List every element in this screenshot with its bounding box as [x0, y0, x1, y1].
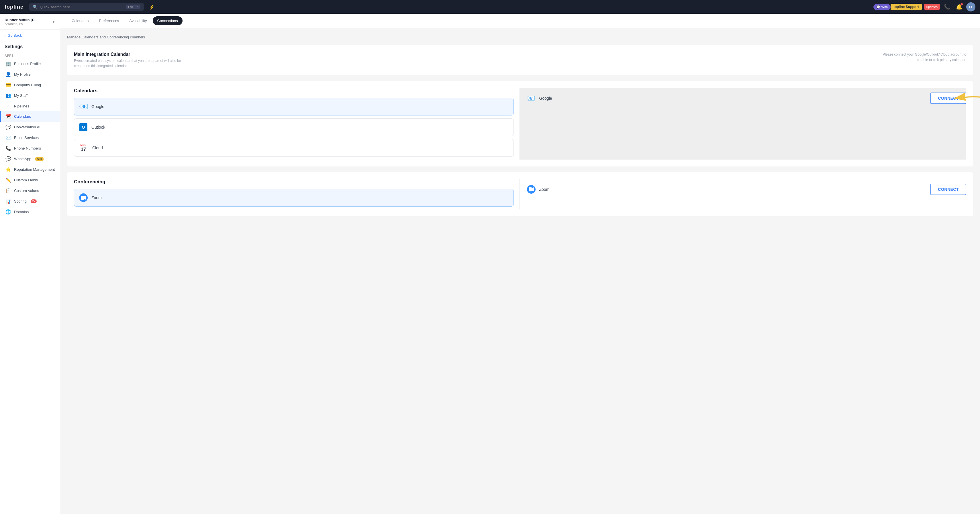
zoom-right-icon [527, 185, 536, 194]
business-profile-icon: 🏢 [5, 61, 11, 67]
zoom-connect-button[interactable]: CONNECT [931, 184, 966, 195]
bolt-icon[interactable]: ⚡ [147, 3, 156, 11]
search-icon: 🔍 [33, 5, 38, 9]
zoom-connect-row: Zoom CONNECT [527, 179, 967, 200]
calendars-section-title: Calendars [74, 88, 514, 94]
chat-icon: 💬 [876, 5, 880, 9]
sidebar-item-calendars[interactable]: 📅 Calendars [0, 111, 60, 122]
google-calendar-icon: M 📧 [79, 102, 88, 111]
app-logo[interactable]: topline [5, 4, 24, 10]
google-connect-row: 📧 Google CONNECT [527, 88, 967, 108]
topnav: topline 🔍 Quick search here Ctrl + K ⚡ 💬… [0, 0, 980, 14]
sidebar-item-label: Custom Values [14, 189, 39, 193]
main-content: Calendars Preferences Availability Conne… [60, 14, 980, 514]
chevron-down-icon: ▼ [52, 20, 55, 24]
sidebar-item-my-staff[interactable]: 👥 My Staff [0, 90, 60, 101]
reputation-management-icon: ⭐ [5, 167, 11, 172]
main-integration-card: Main Integration Calendar Events created… [67, 45, 973, 75]
svg-marker-6 [532, 188, 534, 191]
google-right-label: Google [539, 96, 927, 100]
sidebar-item-label: Pipelines [14, 104, 29, 108]
company-billing-icon: 💳 [5, 82, 11, 88]
company-info: Dunder Mifflin [D... Scranton, PA [5, 18, 38, 25]
sidebar-item-label: Email Services [14, 135, 39, 140]
tab-availability[interactable]: Availability [125, 16, 151, 25]
sidebar-item-label: Scoring [14, 199, 27, 204]
my-profile-icon: 👤 [5, 72, 11, 77]
company-location: Scranton, PA [5, 22, 38, 25]
bell-icon-btn[interactable]: 🔔 [954, 2, 964, 12]
main-integration-left: Main Integration Calendar Events created… [74, 52, 517, 68]
topnav-updates[interactable]: updates [924, 4, 940, 10]
go-back-button[interactable]: ‹ Go Back [0, 30, 60, 41]
sidebar-item-label: WhatsApp [14, 157, 31, 161]
outlook-label: Outlook [91, 125, 105, 129]
main-integration-right: Please connect your Google/Outlook/iClou… [523, 52, 966, 63]
tab-calendars[interactable]: Calendars [67, 16, 93, 25]
connections-content: Manage Calendars and Conferencing channe… [60, 28, 980, 229]
calendars-left-panel: Calendars M 📧 Google [74, 88, 520, 159]
phone-icon-btn[interactable]: 📞 [942, 2, 952, 12]
sidebar-item-pipelines[interactable]: ⟋ Pipelines [0, 101, 60, 111]
sidebar-item-company-billing[interactable]: 💳 Company Billing [0, 80, 60, 90]
custom-fields-icon: ✏️ [5, 177, 11, 183]
sidebar-item-custom-values[interactable]: 📋 Custom Values [0, 185, 60, 196]
content-subtitle: Manage Calendars and Conferencing channe… [67, 35, 973, 39]
topnav-support-group: 💬 Wha topline Support [873, 4, 922, 10]
search-bar[interactable]: 🔍 Quick search here Ctrl + K [29, 3, 144, 11]
domains-icon: 🌐 [5, 209, 11, 215]
sidebar: Dunder Mifflin [D... Scranton, PA ▼ ‹ Go… [0, 14, 60, 514]
sidebar-item-phone-numbers[interactable]: 📞 Phone Numbers [0, 143, 60, 154]
zoom-calendar-item[interactable]: Zoom [74, 189, 514, 207]
sidebar-item-label: Company Billing [14, 83, 41, 87]
main-integration-right-text: Please connect your Google/Outlook/iClou… [880, 52, 966, 63]
outlook-calendar-item[interactable]: O Outlook [74, 118, 514, 136]
sidebar-item-label: Phone Numbers [14, 146, 41, 150]
main-integration-title: Main Integration Calendar [74, 52, 517, 57]
topnav-support[interactable]: topline Support [891, 4, 922, 10]
search-placeholder: Quick search here [40, 5, 70, 9]
company-selector[interactable]: Dunder Mifflin [D... Scranton, PA ▼ [5, 18, 55, 25]
apps-section-label: Apps [0, 51, 60, 59]
google-calendar-item[interactable]: M 📧 Google [74, 98, 514, 115]
svg-marker-4 [84, 196, 86, 200]
sidebar-item-email-services[interactable]: ✉️ Email Services [0, 132, 60, 143]
sidebar-item-label: Calendars [14, 114, 31, 119]
sidebar-item-business-profile[interactable]: 🏢 Business Profile [0, 59, 60, 69]
sidebar-item-label: Conversation AI [14, 125, 40, 129]
icloud-calendar-item[interactable]: MON 17 iCloud [74, 139, 514, 157]
sidebar-company-section: Dunder Mifflin [D... Scranton, PA ▼ [0, 14, 60, 30]
zoom-right-label: Zoom [539, 187, 927, 192]
google-label: Google [91, 104, 104, 109]
sidebar-item-conversation-ai[interactable]: 💬 Conversation AI [0, 122, 60, 132]
app-layout: Dunder Mifflin [D... Scranton, PA ▼ ‹ Go… [0, 14, 980, 514]
sidebar-item-reputation-management[interactable]: ⭐ Reputation Management [0, 164, 60, 175]
user-avatar[interactable]: TL [966, 2, 975, 11]
sidebar-item-scoring[interactable]: 📊 Scoring 27 [0, 196, 60, 207]
icloud-calendar-icon: MON 17 [79, 143, 88, 153]
svg-rect-5 [529, 188, 532, 191]
google-connect-button[interactable]: CONNECT [931, 92, 966, 104]
search-shortcut: Ctrl + K [126, 5, 140, 9]
icloud-label: iCloud [91, 146, 103, 150]
tab-connections[interactable]: Connections [153, 16, 183, 25]
connect-button-container: CONNECT [931, 92, 966, 104]
calendars-card: Calendars M 📧 Google [67, 81, 973, 167]
conferencing-right-panel: Zoom CONNECT [520, 179, 967, 209]
sidebar-item-domains[interactable]: 🌐 Domains [0, 207, 60, 217]
back-arrow-icon: ‹ [5, 33, 6, 38]
topnav-chat[interactable]: 💬 Wha [873, 4, 891, 10]
zoom-icon-shape [79, 193, 88, 202]
outlook-calendar-icon: O [79, 123, 88, 132]
tab-preferences[interactable]: Preferences [94, 16, 124, 25]
sidebar-item-whatsapp[interactable]: 💬 WhatsApp beta [0, 154, 60, 164]
tabs-bar: Calendars Preferences Availability Conne… [60, 14, 980, 28]
sidebar-item-label: My Staff [14, 93, 27, 98]
calendars-icon: 📅 [5, 114, 11, 119]
sidebar-item-custom-fields[interactable]: ✏️ Custom Fields [0, 175, 60, 185]
conferencing-card: Conferencing Zoom [67, 172, 973, 216]
google-right-icon: 📧 [527, 94, 536, 103]
sidebar-item-my-profile[interactable]: 👤 My Profile [0, 69, 60, 80]
svg-rect-3 [81, 196, 84, 200]
pipelines-icon: ⟋ [5, 103, 11, 108]
